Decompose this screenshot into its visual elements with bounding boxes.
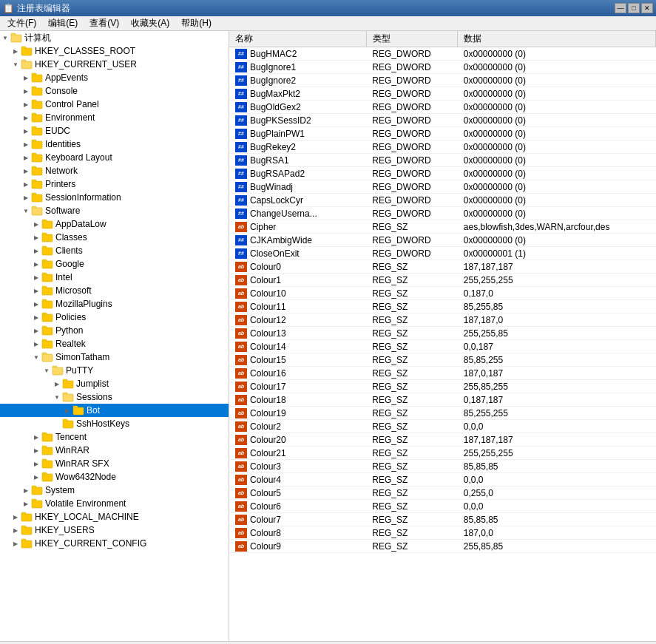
- tree-item-eudc[interactable]: ▶EUDC: [0, 124, 229, 138]
- tree-expander-python[interactable]: ▶: [31, 325, 41, 336]
- table-row[interactable]: abColour18REG_SZ0,187,187: [229, 393, 656, 407]
- tree-expander-realtek[interactable]: ▶: [31, 339, 41, 349]
- tree-expander-network[interactable]: ▶: [21, 166, 31, 176]
- tree-item-controlpanel[interactable]: ▶Control Panel: [0, 98, 229, 111]
- table-row[interactable]: abColour5REG_SZ0,255,0: [229, 487, 656, 500]
- tree-item-appdatalow[interactable]: ▶AppDataLow: [0, 217, 229, 231]
- tree-item-intel[interactable]: ▶Intel: [0, 271, 229, 284]
- tree-item-computer[interactable]: ▼计算机: [0, 31, 229, 44]
- tree-item-realtek[interactable]: ▶Realtek: [0, 337, 229, 350]
- tree-item-microsoft[interactable]: ▶Microsoft: [0, 284, 229, 297]
- table-row[interactable]: abColour4REG_SZ0,0,0: [229, 473, 656, 487]
- minimize-button[interactable]: —: [615, 3, 626, 13]
- tree-item-system[interactable]: ▶System: [0, 484, 229, 497]
- menu-favorites[interactable]: 收藏夹(A): [125, 16, 175, 31]
- close-button[interactable]: ✕: [641, 3, 653, 13]
- table-row[interactable]: abColour6REG_SZ0,0,0: [229, 500, 656, 513]
- table-row[interactable]: ##BugMaxPkt2REG_DWORD0x00000000 (0): [229, 87, 656, 101]
- tree-expander-printers[interactable]: ▶: [21, 179, 31, 189]
- tree-item-sshhostkeys[interactable]: SshHostKeys: [0, 417, 229, 430]
- tree-expander-appevents[interactable]: ▶: [21, 72, 31, 83]
- tree-expander-intel[interactable]: ▶: [31, 272, 41, 282]
- table-row[interactable]: abColour20REG_SZ187,187,187: [229, 433, 656, 447]
- table-row[interactable]: abColour14REG_SZ0,0,187: [229, 340, 656, 353]
- tree-expander-system[interactable]: ▶: [21, 485, 31, 495]
- table-row[interactable]: ##CloseOnExitREG_DWORD0x00000001 (1): [229, 247, 656, 260]
- table-row[interactable]: ##BugIgnore1REG_DWORD0x00000000 (0): [229, 61, 656, 74]
- table-row[interactable]: abColour12REG_SZ187,187,0: [229, 313, 656, 327]
- tree-expander-volatileenv[interactable]: ▶: [21, 498, 31, 509]
- tree-expander-appdatalow[interactable]: ▶: [31, 219, 41, 229]
- col-data[interactable]: 数据: [458, 31, 656, 47]
- col-name[interactable]: 名称: [229, 31, 366, 47]
- tree-item-hkcr[interactable]: ▶HKEY_CLASSES_ROOT: [0, 44, 229, 58]
- table-row[interactable]: abColour13REG_SZ255,255,85: [229, 327, 656, 340]
- tree-item-wow6432[interactable]: ▶Wow6432Node: [0, 470, 229, 484]
- tree-item-identities[interactable]: ▶Identities: [0, 138, 229, 151]
- tree-expander-hkcc[interactable]: ▶: [10, 538, 21, 549]
- table-row[interactable]: ##BugIgnore2REG_DWORD0x00000000 (0): [229, 74, 656, 87]
- tree-expander-google[interactable]: ▶: [31, 259, 41, 269]
- table-row[interactable]: abColour8REG_SZ187,0,0: [229, 526, 656, 540]
- tree-expander-wow6432[interactable]: ▶: [31, 472, 41, 482]
- tree-item-bot[interactable]: ▶Bot: [0, 404, 229, 417]
- table-row[interactable]: abColour16REG_SZ187,0,187: [229, 367, 656, 380]
- tree-item-network[interactable]: ▶Network: [0, 164, 229, 177]
- table-row[interactable]: abColour15REG_SZ85,85,255: [229, 353, 656, 367]
- tree-item-keyboardlayout[interactable]: ▶Keyboard Layout: [0, 151, 229, 164]
- tree-item-google[interactable]: ▶Google: [0, 257, 229, 271]
- table-row[interactable]: ##BugHMAC2REG_DWORD0x00000000 (0): [229, 47, 656, 61]
- tree-panel[interactable]: ▼计算机▶HKEY_CLASSES_ROOT▼HKEY_CURRENT_USER…: [0, 31, 229, 641]
- tree-expander-sessioninfo[interactable]: ▶: [21, 192, 31, 203]
- table-row[interactable]: abColour21REG_SZ255,255,255: [229, 447, 656, 460]
- tree-item-hkcu[interactable]: ▼HKEY_CURRENT_USER: [0, 58, 229, 71]
- tree-item-simontatham[interactable]: ▼SimonTatham: [0, 350, 229, 364]
- table-row[interactable]: ##ChangeUserna...REG_DWORD0x00000000 (0): [229, 207, 656, 220]
- tree-item-mozillaplugins[interactable]: ▶MozillaPlugins: [0, 297, 229, 311]
- tree-expander-eudc[interactable]: ▶: [21, 126, 31, 136]
- tree-expander-sessions[interactable]: ▼: [52, 392, 62, 402]
- tree-item-winrar[interactable]: ▶WinRAR: [0, 444, 229, 457]
- tree-item-clients[interactable]: ▶Clients: [0, 244, 229, 257]
- menu-view[interactable]: 查看(V): [84, 16, 125, 31]
- tree-expander-mozillaplugins[interactable]: ▶: [31, 299, 41, 309]
- table-row[interactable]: ##BugPKSessID2REG_DWORD0x00000000 (0): [229, 114, 656, 127]
- tree-expander-console[interactable]: ▶: [21, 86, 31, 96]
- tree-expander-keyboardlayout[interactable]: ▶: [21, 152, 31, 163]
- table-row[interactable]: ##BugRSA1REG_DWORD0x00000000 (0): [229, 154, 656, 167]
- tree-expander-tencent[interactable]: ▶: [31, 432, 41, 442]
- tree-item-volatileenv[interactable]: ▶Volatile Environment: [0, 497, 229, 510]
- table-row[interactable]: abColour11REG_SZ85,255,85: [229, 300, 656, 313]
- tree-item-winrarsfx[interactable]: ▶WinRAR SFX: [0, 457, 229, 470]
- tree-item-hku[interactable]: ▶HKEY_USERS: [0, 523, 229, 537]
- tree-expander-winrarsfx[interactable]: ▶: [31, 458, 41, 469]
- tree-expander-software[interactable]: ▼: [21, 206, 31, 216]
- tree-item-console[interactable]: ▶Console: [0, 84, 229, 98]
- menu-help[interactable]: 帮助(H): [175, 16, 217, 31]
- tree-item-classes[interactable]: ▶Classes: [0, 231, 229, 244]
- tree-expander-hkcu[interactable]: ▼: [10, 59, 21, 70]
- table-row[interactable]: ##BugWinadjREG_DWORD0x00000000 (0): [229, 180, 656, 194]
- table-row[interactable]: ##BugPlainPW1REG_DWORD0x00000000 (0): [229, 127, 656, 140]
- tree-expander-bot[interactable]: ▶: [62, 405, 72, 416]
- tree-expander-jumplist[interactable]: ▶: [52, 379, 62, 389]
- maximize-button[interactable]: □: [628, 3, 640, 13]
- table-row[interactable]: abColour2REG_SZ0,0,0: [229, 420, 656, 433]
- tree-expander-clients[interactable]: ▶: [31, 245, 41, 256]
- tree-expander-winrar[interactable]: ▶: [31, 445, 41, 455]
- menu-edit[interactable]: 编辑(E): [42, 16, 84, 31]
- menu-file[interactable]: 文件(F): [1, 16, 42, 31]
- tree-expander-controlpanel[interactable]: ▶: [21, 99, 31, 109]
- table-row[interactable]: abColour19REG_SZ85,255,255: [229, 407, 656, 420]
- table-row[interactable]: ##CapsLockCyrREG_DWORD0x00000000 (0): [229, 194, 656, 207]
- tree-expander-hklm[interactable]: ▶: [10, 512, 21, 522]
- tree-item-hklm[interactable]: ▶HKEY_LOCAL_MACHINE: [0, 510, 229, 523]
- tree-item-tencent[interactable]: ▶Tencent: [0, 430, 229, 444]
- tree-expander-sshhostkeys[interactable]: [52, 418, 62, 429]
- tree-item-environment[interactable]: ▶Environment: [0, 111, 229, 124]
- tree-item-sessioninfo[interactable]: ▶SessionInformation: [0, 191, 229, 204]
- tree-expander-policies[interactable]: ▶: [31, 312, 41, 322]
- tree-expander-microsoft[interactable]: ▶: [31, 285, 41, 296]
- table-row[interactable]: ##BugRSAPad2REG_DWORD0x00000000 (0): [229, 167, 656, 180]
- tree-item-putty[interactable]: ▼PuTTY: [0, 364, 229, 377]
